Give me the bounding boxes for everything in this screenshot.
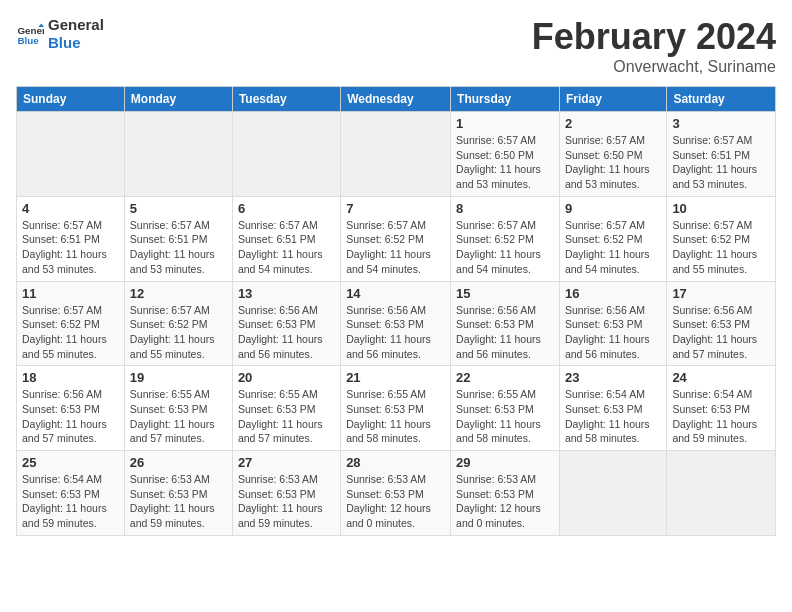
logo-line2: Blue <box>48 34 104 52</box>
calendar-table: SundayMondayTuesdayWednesdayThursdayFrid… <box>16 86 776 536</box>
day-detail: Sunrise: 6:53 AM Sunset: 6:53 PM Dayligh… <box>130 472 227 531</box>
calendar-cell: 23Sunrise: 6:54 AM Sunset: 6:53 PM Dayli… <box>559 366 666 451</box>
day-detail: Sunrise: 6:57 AM Sunset: 6:51 PM Dayligh… <box>238 218 335 277</box>
calendar-cell: 8Sunrise: 6:57 AM Sunset: 6:52 PM Daylig… <box>451 196 560 281</box>
day-number: 16 <box>565 286 661 301</box>
day-detail: Sunrise: 6:56 AM Sunset: 6:53 PM Dayligh… <box>238 303 335 362</box>
calendar-cell: 27Sunrise: 6:53 AM Sunset: 6:53 PM Dayli… <box>232 451 340 536</box>
title-block: February 2024 Onverwacht, Suriname <box>532 16 776 76</box>
calendar-week-2: 4Sunrise: 6:57 AM Sunset: 6:51 PM Daylig… <box>17 196 776 281</box>
day-number: 10 <box>672 201 770 216</box>
day-detail: Sunrise: 6:56 AM Sunset: 6:53 PM Dayligh… <box>22 387 119 446</box>
calendar-cell: 19Sunrise: 6:55 AM Sunset: 6:53 PM Dayli… <box>124 366 232 451</box>
calendar-cell: 25Sunrise: 6:54 AM Sunset: 6:53 PM Dayli… <box>17 451 125 536</box>
calendar-cell: 7Sunrise: 6:57 AM Sunset: 6:52 PM Daylig… <box>341 196 451 281</box>
day-detail: Sunrise: 6:57 AM Sunset: 6:51 PM Dayligh… <box>130 218 227 277</box>
day-number: 14 <box>346 286 445 301</box>
calendar-cell: 29Sunrise: 6:53 AM Sunset: 6:53 PM Dayli… <box>451 451 560 536</box>
day-detail: Sunrise: 6:55 AM Sunset: 6:53 PM Dayligh… <box>238 387 335 446</box>
day-detail: Sunrise: 6:57 AM Sunset: 6:50 PM Dayligh… <box>456 133 554 192</box>
day-detail: Sunrise: 6:57 AM Sunset: 6:52 PM Dayligh… <box>22 303 119 362</box>
day-number: 13 <box>238 286 335 301</box>
logo: General Blue General Blue <box>16 16 104 52</box>
calendar-cell: 13Sunrise: 6:56 AM Sunset: 6:53 PM Dayli… <box>232 281 340 366</box>
weekday-header-wednesday: Wednesday <box>341 87 451 112</box>
day-detail: Sunrise: 6:56 AM Sunset: 6:53 PM Dayligh… <box>346 303 445 362</box>
calendar-week-5: 25Sunrise: 6:54 AM Sunset: 6:53 PM Dayli… <box>17 451 776 536</box>
day-detail: Sunrise: 6:55 AM Sunset: 6:53 PM Dayligh… <box>346 387 445 446</box>
day-detail: Sunrise: 6:53 AM Sunset: 6:53 PM Dayligh… <box>238 472 335 531</box>
calendar-cell: 26Sunrise: 6:53 AM Sunset: 6:53 PM Dayli… <box>124 451 232 536</box>
day-detail: Sunrise: 6:57 AM Sunset: 6:52 PM Dayligh… <box>672 218 770 277</box>
day-number: 1 <box>456 116 554 131</box>
calendar-cell <box>17 112 125 197</box>
day-detail: Sunrise: 6:56 AM Sunset: 6:53 PM Dayligh… <box>565 303 661 362</box>
calendar-cell <box>341 112 451 197</box>
logo-icon: General Blue <box>16 20 44 48</box>
calendar-cell: 3Sunrise: 6:57 AM Sunset: 6:51 PM Daylig… <box>667 112 776 197</box>
day-detail: Sunrise: 6:53 AM Sunset: 6:53 PM Dayligh… <box>346 472 445 531</box>
calendar-week-1: 1Sunrise: 6:57 AM Sunset: 6:50 PM Daylig… <box>17 112 776 197</box>
calendar-cell: 28Sunrise: 6:53 AM Sunset: 6:53 PM Dayli… <box>341 451 451 536</box>
calendar-title: February 2024 <box>532 16 776 58</box>
day-detail: Sunrise: 6:57 AM Sunset: 6:52 PM Dayligh… <box>346 218 445 277</box>
calendar-cell: 16Sunrise: 6:56 AM Sunset: 6:53 PM Dayli… <box>559 281 666 366</box>
day-number: 29 <box>456 455 554 470</box>
weekday-header-sunday: Sunday <box>17 87 125 112</box>
day-number: 2 <box>565 116 661 131</box>
day-detail: Sunrise: 6:54 AM Sunset: 6:53 PM Dayligh… <box>565 387 661 446</box>
day-detail: Sunrise: 6:54 AM Sunset: 6:53 PM Dayligh… <box>22 472 119 531</box>
calendar-cell: 21Sunrise: 6:55 AM Sunset: 6:53 PM Dayli… <box>341 366 451 451</box>
calendar-cell: 2Sunrise: 6:57 AM Sunset: 6:50 PM Daylig… <box>559 112 666 197</box>
weekday-header-friday: Friday <box>559 87 666 112</box>
day-number: 26 <box>130 455 227 470</box>
calendar-cell <box>559 451 666 536</box>
day-number: 6 <box>238 201 335 216</box>
day-number: 22 <box>456 370 554 385</box>
weekday-header-monday: Monday <box>124 87 232 112</box>
calendar-cell: 4Sunrise: 6:57 AM Sunset: 6:51 PM Daylig… <box>17 196 125 281</box>
day-number: 28 <box>346 455 445 470</box>
calendar-cell: 9Sunrise: 6:57 AM Sunset: 6:52 PM Daylig… <box>559 196 666 281</box>
calendar-week-4: 18Sunrise: 6:56 AM Sunset: 6:53 PM Dayli… <box>17 366 776 451</box>
day-detail: Sunrise: 6:57 AM Sunset: 6:51 PM Dayligh… <box>22 218 119 277</box>
day-number: 12 <box>130 286 227 301</box>
calendar-cell: 6Sunrise: 6:57 AM Sunset: 6:51 PM Daylig… <box>232 196 340 281</box>
calendar-cell: 11Sunrise: 6:57 AM Sunset: 6:52 PM Dayli… <box>17 281 125 366</box>
calendar-subtitle: Onverwacht, Suriname <box>532 58 776 76</box>
weekday-header-tuesday: Tuesday <box>232 87 340 112</box>
day-number: 23 <box>565 370 661 385</box>
page-header: General Blue General Blue February 2024 … <box>16 16 776 76</box>
calendar-cell: 20Sunrise: 6:55 AM Sunset: 6:53 PM Dayli… <box>232 366 340 451</box>
day-detail: Sunrise: 6:56 AM Sunset: 6:53 PM Dayligh… <box>672 303 770 362</box>
calendar-cell: 5Sunrise: 6:57 AM Sunset: 6:51 PM Daylig… <box>124 196 232 281</box>
day-detail: Sunrise: 6:55 AM Sunset: 6:53 PM Dayligh… <box>130 387 227 446</box>
day-detail: Sunrise: 6:57 AM Sunset: 6:52 PM Dayligh… <box>130 303 227 362</box>
day-number: 15 <box>456 286 554 301</box>
day-number: 5 <box>130 201 227 216</box>
calendar-cell: 18Sunrise: 6:56 AM Sunset: 6:53 PM Dayli… <box>17 366 125 451</box>
day-number: 25 <box>22 455 119 470</box>
day-number: 4 <box>22 201 119 216</box>
calendar-cell <box>667 451 776 536</box>
calendar-body: 1Sunrise: 6:57 AM Sunset: 6:50 PM Daylig… <box>17 112 776 536</box>
day-number: 19 <box>130 370 227 385</box>
calendar-cell: 15Sunrise: 6:56 AM Sunset: 6:53 PM Dayli… <box>451 281 560 366</box>
calendar-cell: 24Sunrise: 6:54 AM Sunset: 6:53 PM Dayli… <box>667 366 776 451</box>
day-number: 9 <box>565 201 661 216</box>
day-number: 3 <box>672 116 770 131</box>
calendar-cell: 14Sunrise: 6:56 AM Sunset: 6:53 PM Dayli… <box>341 281 451 366</box>
calendar-cell: 22Sunrise: 6:55 AM Sunset: 6:53 PM Dayli… <box>451 366 560 451</box>
calendar-cell: 17Sunrise: 6:56 AM Sunset: 6:53 PM Dayli… <box>667 281 776 366</box>
calendar-week-3: 11Sunrise: 6:57 AM Sunset: 6:52 PM Dayli… <box>17 281 776 366</box>
calendar-cell <box>232 112 340 197</box>
day-number: 20 <box>238 370 335 385</box>
weekday-header-thursday: Thursday <box>451 87 560 112</box>
day-detail: Sunrise: 6:57 AM Sunset: 6:52 PM Dayligh… <box>456 218 554 277</box>
calendar-cell: 1Sunrise: 6:57 AM Sunset: 6:50 PM Daylig… <box>451 112 560 197</box>
calendar-cell: 10Sunrise: 6:57 AM Sunset: 6:52 PM Dayli… <box>667 196 776 281</box>
day-detail: Sunrise: 6:56 AM Sunset: 6:53 PM Dayligh… <box>456 303 554 362</box>
day-number: 17 <box>672 286 770 301</box>
day-detail: Sunrise: 6:55 AM Sunset: 6:53 PM Dayligh… <box>456 387 554 446</box>
day-number: 24 <box>672 370 770 385</box>
